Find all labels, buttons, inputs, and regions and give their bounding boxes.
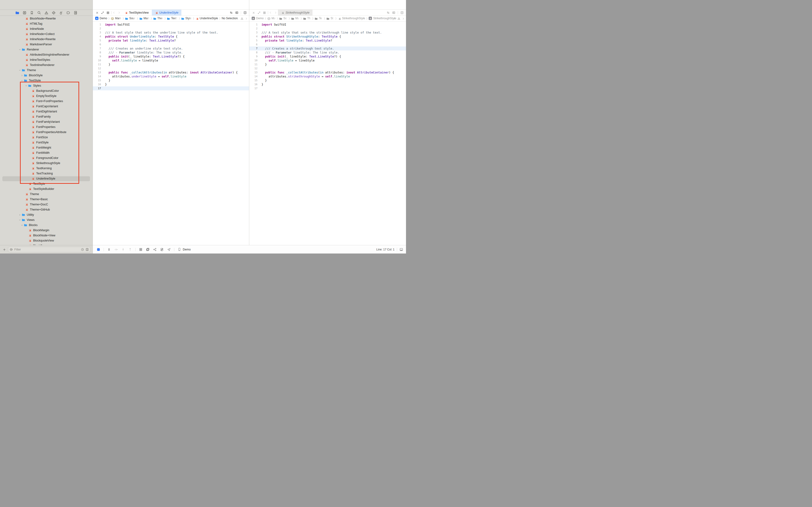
breadcrumb-demo[interactable]: ADemo xyxy=(252,17,264,20)
find-navigator-icon[interactable] xyxy=(37,11,41,15)
sidebar-item-texttracking[interactable]: TextTracking xyxy=(0,171,93,176)
sidebar-item-inlinenode[interactable]: InlineNode xyxy=(0,26,93,32)
sidebar-item-emptytextstyle[interactable]: EmptyTextStyle xyxy=(0,94,93,99)
disclosure-open-icon[interactable] xyxy=(18,48,21,51)
enter-fullscreen-icon[interactable] xyxy=(257,11,261,14)
tab-strikethroughstyle[interactable]: StrikethroughStyle xyxy=(278,10,312,15)
breadcrumb-sour[interactable]: Sour xyxy=(125,17,136,20)
breadcrumb-texts[interactable]: TextS xyxy=(167,17,177,20)
close-editor-icon[interactable] xyxy=(252,11,255,14)
disclosure-open-icon[interactable] xyxy=(24,84,28,87)
sidebar-item-strikethroughstyle[interactable]: StrikethroughStyle xyxy=(0,161,93,166)
sidebar-item-fontpropertiesattribute[interactable]: FontPropertiesAttribute xyxy=(0,129,93,135)
sidebar-item-blocknode-view[interactable]: BlockNode+View xyxy=(0,233,93,238)
breakpoints-toggle-icon[interactable] xyxy=(97,247,100,251)
sidebar-item-fontstyle[interactable]: FontStyle xyxy=(0,140,93,145)
sidebar-item-fontweight[interactable]: FontWeight xyxy=(0,145,93,150)
tab-textstylesview[interactable]: TextStylesView xyxy=(121,10,152,15)
sidebar-item-textstylebuilder[interactable]: TextStyleBuilder xyxy=(0,186,93,191)
tab-underlinestyle[interactable]: UnderlineStyle xyxy=(152,10,182,15)
breadcrumb-ther[interactable]: Ther xyxy=(153,17,163,20)
simulate-location-button-icon[interactable] xyxy=(167,247,171,251)
sidebar-item-fontdigitvariant[interactable]: FontDigitVariant xyxy=(0,109,93,114)
sidebar-item-markdownparser[interactable]: MarkdownParser xyxy=(0,42,93,47)
sidebar-item-font-fontproperties[interactable]: Font+FontProperties xyxy=(0,99,93,104)
environment-overrides-button-icon[interactable] xyxy=(160,247,164,251)
go-forward-icon[interactable] xyxy=(274,11,277,14)
add-item-button[interactable] xyxy=(3,247,6,251)
previous-issue-icon[interactable] xyxy=(236,17,239,20)
debug-memory-graph-button-icon[interactable] xyxy=(146,247,150,251)
filter-menu-icon[interactable] xyxy=(10,247,13,251)
step-into-button-icon[interactable] xyxy=(121,247,125,251)
sidebar-item-blockmargin[interactable]: BlockMargin xyxy=(0,228,93,233)
sidebar-item-fontfamilyvariant[interactable]: FontFamilyVariant xyxy=(0,119,93,124)
editor-layout-icon[interactable] xyxy=(106,11,109,14)
step-out-button-icon[interactable] xyxy=(128,247,132,251)
sidebar-item-blockstyle[interactable]: BlockStyle xyxy=(0,73,93,78)
disclosure-open-icon[interactable] xyxy=(20,79,24,82)
sidebar-item-foregroundcolor[interactable]: ForegroundColor xyxy=(0,155,93,161)
source-code-editor[interactable]: 1import SwiftUI23/// A text style that s… xyxy=(93,21,249,245)
source-control-navigator-icon[interactable] xyxy=(22,11,27,15)
breadcrumb-strikethroughstyle[interactable]: StrikethroughStyle xyxy=(338,17,365,20)
breadcrumb-te[interactable]: Te xyxy=(315,17,322,20)
source-code-editor[interactable]: 1import SwiftUI23/// A text style that s… xyxy=(249,21,406,245)
swap-related-file-icon[interactable] xyxy=(230,11,233,14)
adjust-editor-options-icon[interactable] xyxy=(392,11,395,14)
debug-navigator-icon[interactable] xyxy=(59,11,63,15)
sidebar-item-fontcapsvariant[interactable]: FontCapsVariant xyxy=(0,104,93,109)
previous-issue-icon[interactable] xyxy=(393,17,396,20)
adjust-editor-options-icon[interactable] xyxy=(235,11,239,14)
next-issue-icon[interactable] xyxy=(245,17,248,20)
breadcrumb-ma[interactable]: Ma xyxy=(267,17,275,20)
pause-button-icon[interactable] xyxy=(107,247,111,251)
sidebar-item-theme[interactable]: Theme xyxy=(0,191,93,197)
breadcrumb-demo[interactable]: ADemo xyxy=(95,17,107,20)
go-back-icon[interactable] xyxy=(112,11,115,14)
next-issue-icon[interactable] xyxy=(402,17,405,20)
disclosure-closed-icon[interactable] xyxy=(18,214,21,216)
swap-related-file-icon[interactable] xyxy=(387,11,390,14)
sidebar-item-renderer[interactable]: Renderer xyxy=(0,47,93,52)
sidebar-item-blockquoteview[interactable]: BlockquoteView xyxy=(0,238,93,243)
breakpoints-navigator-icon[interactable] xyxy=(66,11,70,15)
sidebar-item-fontwidth[interactable]: FontWidth xyxy=(0,150,93,155)
sidebar-item-inlinetextstyles[interactable]: InlineTextStyles xyxy=(0,57,93,62)
sidebar-item-inlinenode-collect[interactable]: InlineNode+Collect xyxy=(0,32,93,37)
breadcrumb-st[interactable]: St xyxy=(326,17,334,20)
sidebar-item-utility[interactable]: Utility xyxy=(0,212,93,217)
sidebar-item-textstyle[interactable]: TextStyle xyxy=(0,78,93,83)
sidebar-item-blocks[interactable]: Blocks xyxy=(0,223,93,228)
sidebar-item-attributedstringinlinerenderer[interactable]: AttributedStringInlineRenderer xyxy=(0,52,93,57)
sidebar-item-fontfamily[interactable]: FontFamily xyxy=(0,114,93,119)
recent-files-clock-icon[interactable] xyxy=(81,247,84,251)
sidebar-item-inlinenode-rewrite[interactable]: InlineNode+Rewrite xyxy=(0,37,93,42)
close-editor-icon[interactable] xyxy=(96,11,99,14)
sidebar-item-backgroundcolor[interactable]: BackgroundColor xyxy=(0,88,93,94)
add-editor-icon[interactable] xyxy=(243,11,247,14)
sidebar-item-htmltag[interactable]: HTMLTag xyxy=(0,21,93,26)
debug-view-hierarchy-button-icon[interactable] xyxy=(139,247,143,251)
disclosure-open-icon[interactable] xyxy=(18,219,21,221)
bookmarks-navigator-icon[interactable] xyxy=(30,11,34,15)
debug-gauge-button-icon[interactable] xyxy=(153,247,157,251)
sidebar-item-theme-github[interactable]: Theme+GitHub xyxy=(0,207,93,212)
hide-debug-area-button[interactable] xyxy=(399,247,403,251)
sidebar-item-fontsize[interactable]: FontSize xyxy=(0,135,93,140)
sidebar-item-fontproperties[interactable]: FontProperties xyxy=(0,124,93,129)
add-editor-icon[interactable] xyxy=(400,11,404,14)
go-back-icon[interactable] xyxy=(269,11,272,14)
sidebar-item-blocknode-rewrite[interactable]: BlockNode+Rewrite xyxy=(0,16,93,21)
enter-fullscreen-icon[interactable] xyxy=(101,11,104,14)
source-control-status-filter-icon[interactable] xyxy=(86,247,89,251)
breadcrumb-so[interactable]: So xyxy=(279,17,287,20)
disclosure-closed-icon[interactable] xyxy=(20,74,24,77)
breadcrumb-th[interactable]: Th xyxy=(303,17,311,20)
breadcrumb-style[interactable]: Style xyxy=(181,17,192,20)
sidebar-item-views[interactable]: Views xyxy=(0,217,93,223)
breadcrumb-underlinestyle[interactable]: UnderlineStyle xyxy=(196,17,218,20)
editor-split-divider[interactable] xyxy=(249,0,249,245)
sidebar-item-textkerning[interactable]: TextKerning xyxy=(0,166,93,171)
run-destination[interactable]: Demo xyxy=(177,247,191,251)
